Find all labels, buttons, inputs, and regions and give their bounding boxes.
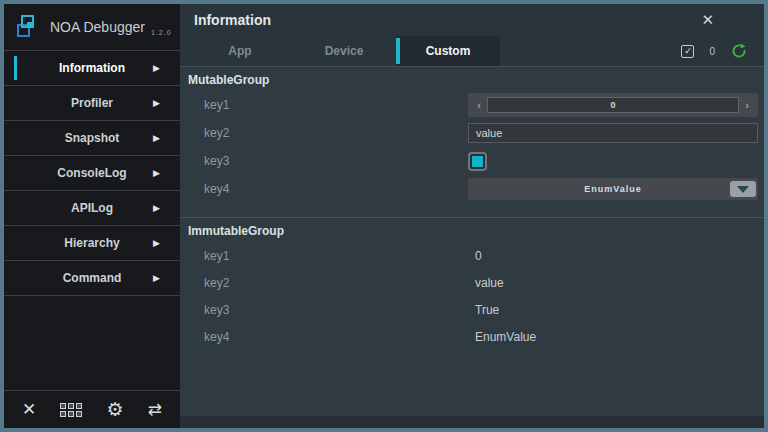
- sidebar-item-label: Profiler: [71, 96, 113, 110]
- sidebar-item-label: APILog: [71, 201, 113, 215]
- tab-bar: App Device Custom ✓ 0: [180, 36, 764, 66]
- dropdown-selected-value: EnumValue: [584, 184, 642, 194]
- page-title: Information: [194, 12, 271, 28]
- row-key-label: key4: [180, 182, 229, 196]
- key4-enum-dropdown[interactable]: EnumValue: [468, 178, 758, 200]
- mutable-row-key2: key2: [180, 119, 764, 147]
- sidebar-item-label: Hierarchy: [64, 236, 119, 250]
- grid-square: [68, 403, 74, 409]
- bottom-strip: [180, 416, 764, 428]
- row-key-label: key1: [180, 249, 229, 263]
- immutable-row-key4: key4 EnumValue: [180, 323, 764, 350]
- row-key-label: key3: [180, 154, 229, 168]
- chevron-right-icon: ▶: [153, 99, 160, 108]
- sidebar-item-command[interactable]: Command ▶: [4, 261, 180, 296]
- mutable-row-key1: key1 ‹ 0 ›: [180, 91, 764, 119]
- swap-arrows-icon[interactable]: ⇄: [148, 401, 162, 418]
- immutable-row-key1: key1 0: [180, 242, 764, 269]
- sidebar-menu: Information ▶ Profiler ▶ Snapshot ▶ Cons…: [4, 50, 180, 296]
- app-logo: NOA Debugger 1.2.0: [4, 4, 180, 50]
- grid-square: [76, 411, 82, 417]
- mutable-group-header: MutableGroup: [180, 69, 764, 91]
- tab-toolbar: ✓ 0: [681, 36, 764, 66]
- sidebar-item-label: Snapshot: [65, 131, 120, 145]
- sidebar-item-label: ConsoleLog: [57, 166, 126, 180]
- chevron-right-icon: ▶: [153, 64, 160, 73]
- tab-label: Device: [325, 44, 364, 58]
- grid-square: [60, 411, 66, 417]
- chevron-right-icon: ▶: [153, 169, 160, 178]
- chevron-right-icon: ▶: [153, 274, 160, 283]
- row-key-label: key2: [180, 126, 229, 140]
- group-title: ImmutableGroup: [188, 224, 284, 238]
- settings-gear-icon[interactable]: ⚙: [107, 400, 124, 419]
- row-key-label: key2: [180, 276, 229, 290]
- checkbox-checked-fill: [472, 156, 483, 167]
- sidebar-item-label: Information: [59, 61, 125, 75]
- dropdown-button[interactable]: [730, 181, 756, 197]
- main-header: Information ✕: [180, 4, 764, 36]
- close-icon[interactable]: ✕: [22, 401, 36, 418]
- row-control: ‹ 0 ›: [468, 93, 758, 117]
- main-panel: Information ✕ App Device Custom ✓ 0: [180, 4, 764, 428]
- stepper-decrement-button[interactable]: ‹: [471, 99, 487, 111]
- logo-teal-fill: [27, 22, 33, 28]
- row-value: True: [475, 303, 499, 317]
- tab-label: App: [228, 44, 251, 58]
- custom-info-content: MutableGroup key1 ‹ 0 › key2: [180, 66, 764, 416]
- sidebar-item-hierarchy[interactable]: Hierarchy ▶: [4, 226, 180, 261]
- sidebar-item-apilog[interactable]: APILog ▶: [4, 191, 180, 226]
- row-value: EnumValue: [475, 330, 536, 344]
- grid-square: [60, 403, 66, 409]
- close-icon[interactable]: ✕: [701, 11, 714, 29]
- sidebar-item-snapshot[interactable]: Snapshot ▶: [4, 121, 180, 156]
- grid-square: [68, 411, 74, 417]
- row-key-label: key1: [180, 98, 229, 112]
- immutable-row-key2: key2 value: [180, 269, 764, 296]
- refresh-icon[interactable]: [730, 42, 748, 60]
- group-divider: [180, 217, 764, 218]
- chevron-right-icon: ▶: [153, 239, 160, 248]
- chevron-right-icon: ▶: [153, 204, 160, 213]
- stepper-increment-button[interactable]: ›: [739, 99, 755, 111]
- sidebar-item-label: Command: [63, 271, 122, 285]
- tab-custom[interactable]: Custom: [396, 36, 500, 66]
- row-control: [468, 149, 758, 173]
- row-value: value: [475, 276, 504, 290]
- immutable-row-key3: key3 True: [180, 296, 764, 323]
- tab-label: Custom: [426, 44, 471, 58]
- chevron-down-icon: [737, 186, 749, 193]
- debugger-window: NOA Debugger 1.2.0 Information ▶ Profile…: [0, 0, 768, 432]
- mutable-row-key3: key3: [180, 147, 764, 175]
- chevron-right-icon: ▶: [153, 134, 160, 143]
- grid-square: [76, 403, 82, 409]
- tab-app[interactable]: App: [188, 36, 292, 66]
- row-control: [468, 121, 758, 145]
- refresh-count: 0: [709, 46, 715, 57]
- group-title: MutableGroup: [188, 73, 269, 87]
- key1-stepper: ‹ 0 ›: [468, 93, 758, 117]
- row-key-label: key4: [180, 330, 229, 344]
- sidebar-item-consolelog[interactable]: ConsoleLog ▶: [4, 156, 180, 191]
- sidebar-footer-toolbar: ✕ ⚙ ⇄: [4, 390, 180, 428]
- sidebar-item-information[interactable]: Information ▶: [4, 51, 180, 86]
- tab-device[interactable]: Device: [292, 36, 396, 66]
- menu-grid-icon[interactable]: [60, 403, 82, 417]
- key3-checkbox[interactable]: [468, 152, 487, 171]
- app-name: NOA Debugger: [50, 19, 145, 35]
- sidebar-item-profiler[interactable]: Profiler ▶: [4, 86, 180, 121]
- key2-text-input[interactable]: [468, 123, 758, 143]
- immutable-group-header: ImmutableGroup: [180, 220, 764, 242]
- noa-logo-icon: [16, 14, 42, 40]
- row-value: 0: [475, 249, 482, 263]
- auto-refresh-checkbox[interactable]: ✓: [681, 45, 694, 58]
- row-key-label: key3: [180, 303, 229, 317]
- app-version: 1.2.0: [151, 29, 172, 36]
- stepper-value-field[interactable]: 0: [487, 97, 739, 113]
- sidebar: NOA Debugger 1.2.0 Information ▶ Profile…: [4, 4, 180, 428]
- mutable-row-key4: key4 EnumValue: [180, 175, 764, 203]
- row-control: EnumValue: [468, 177, 758, 201]
